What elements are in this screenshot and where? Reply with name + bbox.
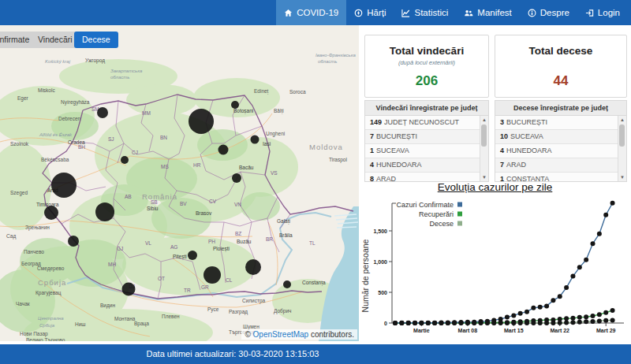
chart-dot <box>393 321 398 325</box>
chart-dot <box>511 313 516 318</box>
attr-prefix: © <box>245 330 252 339</box>
series-line <box>395 203 613 323</box>
map[interactable]: Košický krajЗакарпатськаобластьІвано-Фра… <box>0 25 359 341</box>
chart-dot <box>591 314 596 318</box>
nav-item-statistici[interactable]: Statistici <box>394 0 456 25</box>
map-bubble-BT[interactable] <box>231 101 239 109</box>
recovered-list-header: Vindecări înregistrate pe județ <box>365 101 488 116</box>
chart-dot <box>603 213 608 217</box>
list-row: 4HUNEDOARA <box>495 144 618 158</box>
map-bubble-SM[interactable] <box>97 107 108 118</box>
map-bubble-DB[interactable] <box>188 251 197 260</box>
map-label: SJ <box>108 136 114 142</box>
total-deaths-card: Total decese 44 <box>495 35 627 98</box>
map-bubble-DJ[interactable] <box>122 283 136 296</box>
map-bubble-IS[interactable] <box>251 136 259 144</box>
chart-dot <box>570 274 575 279</box>
map-label: Ungheni <box>266 131 285 137</box>
recovered-list-scrollbar[interactable]: ▲ ▼ <box>480 116 488 181</box>
chart-dot <box>472 321 476 325</box>
scroll-down-icon[interactable]: ▼ <box>480 173 488 181</box>
x-tick-label: Mart 08 <box>458 328 478 333</box>
map-label: Brasov <box>196 210 212 216</box>
info-icon <box>528 9 536 17</box>
map-bubble-CJ[interactable] <box>121 156 129 164</box>
nav-item-covid-19[interactable]: COVID-19 <box>276 0 346 25</box>
deaths-list-scrollbar[interactable]: ▲ ▼ <box>618 116 626 181</box>
map-label: România <box>142 192 177 201</box>
list-row: 7BUCUREȘTI <box>365 130 480 144</box>
nav-item-manifest[interactable]: Manifest <box>456 0 519 25</box>
nav-item-label: Hărți <box>367 8 386 17</box>
scroll-thumb[interactable] <box>481 124 487 147</box>
map-bubble-TM[interactable] <box>44 206 58 220</box>
map-label: Івано-Франківська <box>316 53 357 58</box>
chart-dot <box>538 305 543 310</box>
map-label: Békéscsaba <box>41 157 69 162</box>
map-label: Ниш <box>75 321 86 327</box>
scroll-up-icon[interactable]: ▲ <box>618 116 626 124</box>
chart-dot <box>591 241 596 246</box>
map-label: Constanța <box>302 280 326 286</box>
chart-icon <box>401 9 410 17</box>
legend-label: Recuperări <box>419 210 454 218</box>
map-label: BR <box>266 236 273 242</box>
osm-link[interactable]: OpenStreetMap <box>253 330 309 339</box>
chart-dot <box>413 321 417 325</box>
evolution-chart: 05001,0001,500MartieMart 08Mart 15Mart 2… <box>359 197 631 341</box>
map-label: Nyíregyháza <box>61 99 90 106</box>
map-label: Botoșani <box>233 108 253 114</box>
map-bubble-CT[interactable] <box>283 280 291 288</box>
map-label: GJ <box>117 246 123 251</box>
map-label: Добрич <box>274 308 291 314</box>
map-canvas[interactable]: Košický krajЗакарпатськаобластьІвано-Фра… <box>0 25 359 341</box>
nav-item-label: Manifest <box>477 8 511 17</box>
map-label: Alföld és Észak <box>39 132 73 137</box>
login-icon <box>585 9 594 17</box>
y-tick-label: 1,000 <box>373 259 387 266</box>
scroll-thumb[interactable] <box>619 124 625 147</box>
map-bubble-IL[interactable] <box>245 259 261 275</box>
chart-dot <box>558 321 562 325</box>
map-label: Buzău <box>237 239 252 244</box>
last-updated-text: Data ultimei actualizari: 30-03-2020 13:… <box>147 349 319 358</box>
map-label: Iași <box>263 141 271 147</box>
map-bubble-CS[interactable] <box>68 236 79 247</box>
map-bubble-HD[interactable] <box>95 202 114 221</box>
map-label: Србија <box>38 278 66 287</box>
total-recovered-value: 206 <box>365 73 488 89</box>
map-bubble-SV[interactable] <box>189 109 214 134</box>
chart-dot <box>479 321 484 325</box>
map-label: MM <box>142 110 151 116</box>
map-label: Велико Търново <box>26 337 65 341</box>
map-label: Edineț <box>254 88 269 95</box>
scroll-down-icon[interactable]: ▼ <box>618 173 626 181</box>
map-label: TL <box>309 240 316 246</box>
nav-item-h-r-i[interactable]: Hărți <box>346 0 394 25</box>
map-label: Galați <box>277 218 290 225</box>
nav-item-despre[interactable]: Despre <box>520 0 577 25</box>
nav-item-login[interactable]: Login <box>577 0 628 25</box>
chart-dot <box>584 314 588 319</box>
map-label: Soroca <box>289 89 306 95</box>
scroll-up-icon[interactable]: ▲ <box>480 116 488 124</box>
map-bubble-B[interactable] <box>203 266 221 284</box>
total-recovered-card: Total vindecări (după locul externării) … <box>364 35 489 98</box>
map-bubble-AR[interactable] <box>51 173 77 198</box>
tab-decese[interactable]: Decese <box>74 32 118 48</box>
map-bubble-NT[interactable] <box>218 145 229 155</box>
map-label: Miskolc <box>38 87 55 93</box>
map-label: CL <box>226 277 233 283</box>
chart-dot <box>491 321 496 325</box>
map-label: область <box>110 75 129 80</box>
list-row: 4HUNEDOARA <box>365 158 480 173</box>
map-label: Tiraspol <box>329 157 347 163</box>
map-label: Плевен <box>162 314 180 319</box>
chart-dot <box>591 319 596 324</box>
map-label: BZ <box>235 231 241 236</box>
chart-dot <box>564 285 569 290</box>
chart-dot <box>584 319 588 324</box>
list-row: 1SUCEAVA <box>365 144 480 158</box>
map-bubble-BC[interactable] <box>232 173 241 183</box>
tab-vindecări[interactable]: Vindecări <box>30 32 80 48</box>
